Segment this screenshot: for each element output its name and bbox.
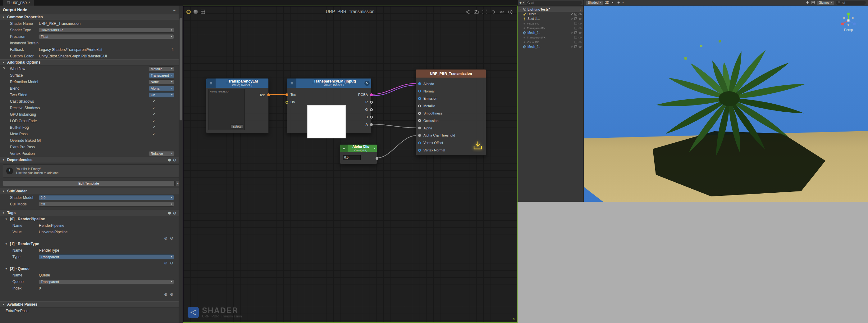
visibility-eye-icon[interactable]	[579, 22, 582, 25]
tag-group-header[interactable]: ▼ [2] - Queue	[0, 265, 183, 272]
toggle-checkbox[interactable]	[575, 27, 577, 30]
shader-graph-canvas[interactable]: URP_PBR_Transmission ≡	[183, 6, 518, 323]
remove-icon[interactable]: ⊖	[170, 292, 173, 297]
tab-shader-graph[interactable]: URP_PBR..*	[3, 0, 34, 6]
alpha-clip-value-field[interactable]: 0.5	[343, 155, 361, 160]
port-dot-r[interactable]	[370, 101, 373, 104]
hierarchy-item-transparentfx[interactable]: TransparentFX	[518, 26, 583, 30]
edit-icon[interactable]	[570, 17, 573, 20]
audio-icon[interactable]	[611, 1, 615, 4]
toggle-checkbox[interactable]	[575, 36, 577, 39]
precision-dropdown[interactable]: Float ▾	[39, 34, 174, 39]
blackboard-icon[interactable]	[201, 10, 205, 14]
section-available-passes[interactable]: ▼ Available Passes	[0, 301, 183, 308]
pass-item[interactable]: ExtraPrePass	[0, 308, 183, 314]
object-picker-icon[interactable]: ⇅	[172, 48, 174, 51]
port-dot-normal[interactable]	[418, 90, 421, 93]
hierarchy-item-transparentfx-2[interactable]: TransparentFX	[518, 35, 583, 40]
node-header[interactable]: URP_PBR_Transmission	[416, 70, 486, 78]
edit-icon[interactable]	[570, 45, 573, 48]
tools-icon[interactable]	[806, 1, 809, 4]
port-dot-albedo[interactable]	[418, 82, 421, 85]
toggle-checkbox[interactable]	[575, 45, 577, 48]
select-button[interactable]: Select	[230, 124, 243, 129]
node-header[interactable]: ≡ _TransparencyLM Value( <None> )	[206, 78, 269, 88]
section-subshader[interactable]: ▼ SubShader	[0, 188, 183, 194]
port-dot-a[interactable]	[370, 123, 373, 126]
edit-icon[interactable]	[570, 31, 573, 34]
port-dot-tex-out[interactable]	[267, 94, 270, 96]
gpu-instancing-checkbox[interactable]: ✓	[149, 112, 174, 116]
foldout-icon[interactable]: ▼	[2, 212, 5, 214]
visibility-eye-icon[interactable]	[579, 13, 582, 15]
hierarchy-search-input[interactable]: All	[525, 1, 582, 5]
node-header[interactable]: ≡ _TransparencyLM (Input) Value( <None> …	[287, 78, 371, 88]
section-common-properties[interactable]: ▼ Common Properties	[0, 14, 183, 20]
edit-pencil-icon[interactable]: ✎	[3, 66, 6, 70]
visibility-eye-icon[interactable]	[579, 18, 582, 20]
gizmos-dropdown[interactable]: Gizmos ▾	[817, 1, 834, 5]
two-sided-dropdown[interactable]: On▾	[149, 93, 174, 98]
port-dot-b[interactable]	[370, 116, 373, 118]
hierarchy-scene-row[interactable]: ▾ LightingTests* ⋮	[518, 6, 583, 12]
port-dot-smoothness[interactable]	[418, 112, 421, 115]
surface-dropdown[interactable]: Transparent▾	[149, 73, 174, 78]
tag-value[interactable]: RenderPipeline	[39, 223, 64, 228]
foldout-icon[interactable]: ▼	[2, 158, 5, 162]
shader-name-value[interactable]: URP_PBR_Transmission	[39, 22, 81, 26]
frame-selection-icon[interactable]	[483, 10, 487, 14]
port-dot-tex-in[interactable]	[285, 94, 288, 96]
visibility-eye-icon[interactable]	[579, 36, 582, 39]
scene-search-input[interactable]: All	[836, 1, 866, 5]
port-dot-uv-in[interactable]	[285, 101, 288, 104]
shader-type-dropdown[interactable]: Universal/PBR ▾	[39, 28, 174, 33]
receive-shadows-checkbox[interactable]: ✓	[149, 106, 174, 110]
focus-icon[interactable]	[491, 10, 496, 14]
collapse-caret-icon[interactable]: ▾	[374, 147, 375, 150]
port-dot-rgba[interactable]	[370, 94, 373, 96]
tag-group-header[interactable]: ▼ [1] - RenderType	[0, 241, 183, 247]
eye-icon[interactable]	[499, 10, 504, 14]
create-plus-button[interactable]: +	[520, 1, 522, 5]
hierarchy-item-spot-light[interactable]: Spot Li...	[518, 16, 583, 21]
wire-alphaclip-threshold[interactable]	[377, 136, 416, 158]
hierarchy-item-directional-light[interactable]: Directi...	[518, 12, 583, 16]
fallback-value[interactable]: Legacy Shaders/Transparent/VertexLit	[39, 47, 102, 52]
foldout-icon[interactable]: ▼	[2, 16, 5, 19]
kebab-menu-icon[interactable]: ⋮	[579, 7, 582, 11]
hierarchy-item-visualfx[interactable]: Visual FX	[518, 21, 583, 26]
visibility-eye-icon[interactable]	[579, 41, 582, 43]
toggle-checkbox[interactable]	[575, 22, 577, 25]
node-menu-icon[interactable]: ≡	[206, 78, 216, 88]
inspector-scrollbar[interactable]	[179, 6, 183, 323]
tag-value[interactable]: Queue	[39, 273, 50, 277]
remove-icon[interactable]: ⊖	[170, 236, 173, 241]
foldout-icon[interactable]: ▼	[5, 267, 8, 270]
texture-preview[interactable]: None (Texture2D) Select	[208, 89, 245, 130]
effects-caret-icon[interactable]: ▾	[623, 2, 624, 4]
node-header[interactable]: ≡ Alpha Clip Const( 0.5 ) ▾	[340, 145, 377, 152]
visibility-eye-icon[interactable]	[579, 27, 582, 30]
shading-mode-dropdown[interactable]: Shaded ▾	[586, 1, 603, 5]
vertex-position-dropdown[interactable]: Relative▾	[149, 151, 174, 156]
foldout-icon[interactable]: ▼	[5, 243, 8, 245]
tag-group-header[interactable]: ▼ [0] - RenderPipeline	[0, 216, 183, 222]
node-preview-white[interactable]	[307, 105, 346, 138]
info-icon[interactable]	[508, 10, 513, 14]
port-dot-alpha[interactable]	[418, 127, 421, 130]
projection-label[interactable]: Persp	[844, 28, 853, 32]
edit-template-button[interactable]: Edit Template	[3, 181, 175, 186]
foldout-icon[interactable]: ▼	[5, 218, 8, 221]
grid-icon[interactable]	[811, 1, 815, 4]
refraction-model-dropdown[interactable]: None▾	[149, 79, 174, 84]
2d-toggle-button[interactable]: 2D	[605, 1, 609, 4]
toggle-checkbox[interactable]	[575, 31, 577, 34]
port-dot-vertex-normal[interactable]	[418, 149, 421, 152]
wire-rgba-albedo[interactable]	[372, 83, 416, 94]
port-dot-g[interactable]	[370, 108, 373, 111]
port-dot-emission[interactable]	[418, 97, 421, 100]
foldout-icon[interactable]: ▼	[2, 61, 5, 64]
port-dot-alpha-clip-threshold[interactable]	[418, 134, 421, 137]
section-additional-options[interactable]: ▼ Additional Options	[0, 59, 183, 66]
share-icon[interactable]	[465, 10, 470, 14]
